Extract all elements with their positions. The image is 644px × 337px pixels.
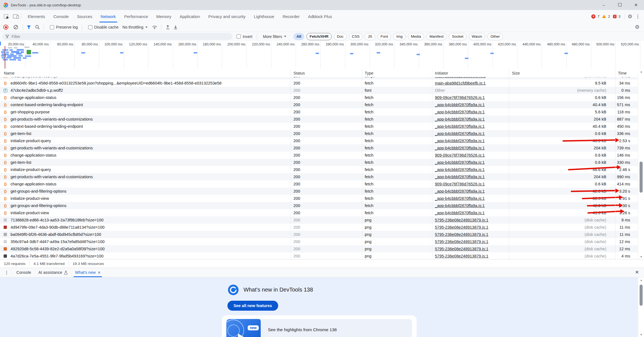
request-row[interactable]: {}initialize-product-view200fetch_app-b4…	[0, 209, 638, 216]
request-row[interactable]: 4d9479fe-09e7-4da3-90db-d88e711a8134?siz…	[0, 224, 638, 231]
preserve-log-checkbox[interactable]: Preserve log	[50, 25, 78, 29]
tab-memory[interactable]: Memory	[152, 11, 176, 22]
request-row[interactable]: {}get-products-with-variants-and-customi…	[0, 144, 638, 152]
request-row[interactable]: {}context-based-ordering-landing-endpoin…	[0, 123, 638, 130]
request-initiator[interactable]: _app-b4cbbbf2870ffa9a.js:1	[435, 137, 485, 144]
request-row[interactable]: {}context-based-ordering-landing-endpoin…	[0, 101, 638, 108]
export-har-button[interactable]	[174, 25, 178, 29]
errors-icon[interactable]: ✕	[591, 14, 595, 19]
request-initiator[interactable]: _app-b4cbbbf2870ffa9a.js:1	[435, 144, 485, 152]
highlight-item[interactable]: new See the highlights from Chrome 138	[226, 319, 412, 337]
tab-elements[interactable]: Elements	[24, 11, 49, 22]
request-row[interactable]: {}change-application-status200fetch909-0…	[0, 180, 638, 188]
clear-button[interactable]	[13, 25, 18, 30]
request-initiator[interactable]: _app-b4cbbbf2870ffa9a.js:1	[435, 130, 485, 137]
request-initiator[interactable]: _app-b4cbbbf2870ffa9a.js:1	[435, 116, 485, 123]
video-thumbnail[interactable]: new	[226, 319, 261, 337]
column-header-size[interactable]: Size	[512, 69, 520, 77]
tab-recorder[interactable]: Recorder	[278, 11, 304, 22]
chip-wasm[interactable]: Wasm	[469, 33, 485, 40]
request-row[interactable]: T47cbc4e2adbc5db9-s.p.woff2200fontOther(…	[0, 87, 638, 94]
chip-other[interactable]: Other	[487, 33, 503, 40]
filter-toggle-button[interactable]	[27, 25, 31, 29]
request-row[interactable]: {}change-application-status200fetch909-0…	[0, 152, 638, 159]
request-row[interactable]: {}ed6604fc-9be1-458d-8558-e03132253e58.j…	[0, 80, 638, 87]
issues-count[interactable]: 3	[618, 14, 620, 19]
request-row[interactable]: {}get-item-list200fetch_app-b4cbbbf2870f…	[0, 159, 638, 166]
column-header-initiator[interactable]: Initiator	[435, 69, 448, 77]
request-row[interactable]: {}initialize-product-query200fetch_app-b…	[0, 166, 638, 173]
column-header-status[interactable]: Status	[293, 69, 305, 77]
chip-socket[interactable]: Socket	[449, 33, 466, 40]
network-overview-timeline[interactable]: 20,000 ms40,000 ms60,000 ms80,000 ms100,…	[0, 41, 644, 70]
chip-fetch-xhr[interactable]: Fetch/XHR	[306, 33, 331, 40]
scroll-up-icon[interactable]: ▲	[638, 279, 644, 282]
request-row[interactable]: {}initialize-product-view200fetch_app-b4…	[0, 195, 638, 202]
chip-doc[interactable]: Doc	[334, 33, 347, 40]
request-initiator[interactable]: 5795-236e08e248913879.js:1	[435, 238, 488, 245]
request-row[interactable]: {}get-shopping-purpose200fetch_app-b4cbb…	[0, 108, 638, 116]
request-initiator[interactable]: main-aba98d1cfd9beefb.js:1	[435, 77, 486, 80]
request-row[interactable]: {}get-products-with-variants-and-customi…	[0, 173, 638, 180]
request-row[interactable]: …bEmployeeUID%3D…js200scriptmain-aba98d1…	[0, 77, 638, 80]
close-button[interactable]: ✕	[628, 0, 644, 10]
settings-gear-icon[interactable]: ⚙	[628, 14, 632, 19]
drawer-close-icon[interactable]: ✕	[635, 269, 639, 275]
filter-input[interactable]	[11, 34, 206, 39]
chip-manifest[interactable]: Manifest	[426, 33, 447, 40]
drawer-tab-console[interactable]: Console	[13, 268, 35, 277]
disable-cache-checkbox[interactable]: Disable cache	[88, 25, 119, 29]
drawer-tab-ai-assistance[interactable]: AI assistance	[35, 268, 71, 277]
request-initiator[interactable]: 909-09ce76f786d76526.js:1	[435, 152, 485, 159]
drawer-scrollbar[interactable]: ▲ ▼	[638, 277, 644, 337]
column-header-name[interactable]: Name	[4, 69, 15, 77]
request-row[interactable]: {}get-item-list200fetch_app-b4cbbbf2870f…	[0, 130, 638, 137]
tab-performance[interactable]: Performance	[120, 11, 152, 22]
close-tab-icon[interactable]: ✕	[98, 268, 101, 277]
request-row[interactable]: {}initialize-product-query200fetch_app-b…	[0, 137, 638, 144]
tab-network[interactable]: Network	[97, 11, 120, 22]
throttling-select[interactable]: No throttling	[123, 25, 148, 29]
chip-css[interactable]: CSS	[349, 33, 363, 40]
request-initiator[interactable]: 5795-236e08e248913879.js:1	[435, 216, 488, 224]
invert-checkbox[interactable]: Invert	[237, 34, 252, 39]
drawer-tab-what-s-new[interactable]: What's new✕	[71, 268, 104, 277]
minimize-button[interactable]: –	[596, 0, 612, 10]
request-initiator[interactable]: _app-b4cbbbf2870ffa9a.js:1	[435, 159, 485, 166]
request-initiator[interactable]: 5795-236e08e248913879.js:1	[435, 252, 488, 259]
tab-adblock-plus[interactable]: Adblock Plus	[304, 11, 336, 22]
filter-input-container[interactable]	[2, 33, 232, 40]
request-row[interactable]: ba0949f0-bf26-4636-abdf-6bd945cfb85d?siz…	[0, 231, 638, 238]
scroll-down-icon[interactable]: ▼	[638, 333, 644, 336]
request-initiator[interactable]: _app-b4cbbbf2870ffa9a.js:1	[435, 123, 485, 130]
request-initiator[interactable]: _app-b4cbbbf2870ffa9a.js:1	[435, 195, 485, 202]
chip-font[interactable]: Font	[377, 33, 391, 40]
scroll-up-icon[interactable]: ▲	[638, 70, 644, 73]
column-header-time[interactable]: Time	[618, 69, 627, 77]
chip-img[interactable]: Img	[393, 33, 406, 40]
chip-js[interactable]: JS	[365, 33, 375, 40]
request-initiator[interactable]: _app-b4cbbbf2870ffa9a.js:1	[435, 101, 485, 108]
request-initiator[interactable]: _app-b4cbbbf2870ffa9a.js:1	[435, 108, 485, 116]
see-all-features-button[interactable]: See all new features	[227, 301, 278, 311]
request-row[interactable]: {}get-groups-and-filtering-options200fet…	[0, 188, 638, 195]
request-initiator[interactable]: _app-b4cbbbf2870ffa9a.js:1	[435, 188, 485, 195]
inspect-element-button[interactable]	[2, 13, 9, 20]
tab-privacy-and-security[interactable]: Privacy and security	[204, 11, 250, 22]
import-har-button[interactable]	[166, 25, 170, 29]
more-filters-button[interactable]: More filters	[263, 34, 286, 39]
network-conditions-button[interactable]	[152, 25, 157, 29]
tab-application[interactable]: Application	[176, 11, 204, 22]
request-initiator[interactable]: _app-b4cbbbf2870ffa9a.js:1	[435, 202, 485, 209]
request-initiator[interactable]: 909-09ce76f786d76526.js:1	[435, 94, 485, 101]
search-button[interactable]	[35, 25, 40, 29]
warnings-icon[interactable]	[602, 15, 606, 18]
request-row[interactable]: 492920d8-5c58-4439-82e2-d2a5a0a58f39?siz…	[0, 245, 638, 252]
request-row[interactable]: {}change-application-status200fetch909-0…	[0, 94, 638, 101]
chip-media[interactable]: Media	[408, 33, 424, 40]
tab-console[interactable]: Console	[49, 11, 73, 22]
request-row[interactable]: 71386828-ed66-4c13-aa53-2a73f9b18feb?siz…	[0, 216, 638, 224]
tab-lighthouse[interactable]: Lighthouse	[250, 11, 278, 22]
request-row[interactable]: 4a7d26ca-7e5a-4551-9fe7-9fad5b493169?siz…	[0, 252, 638, 259]
record-button[interactable]	[3, 25, 8, 30]
